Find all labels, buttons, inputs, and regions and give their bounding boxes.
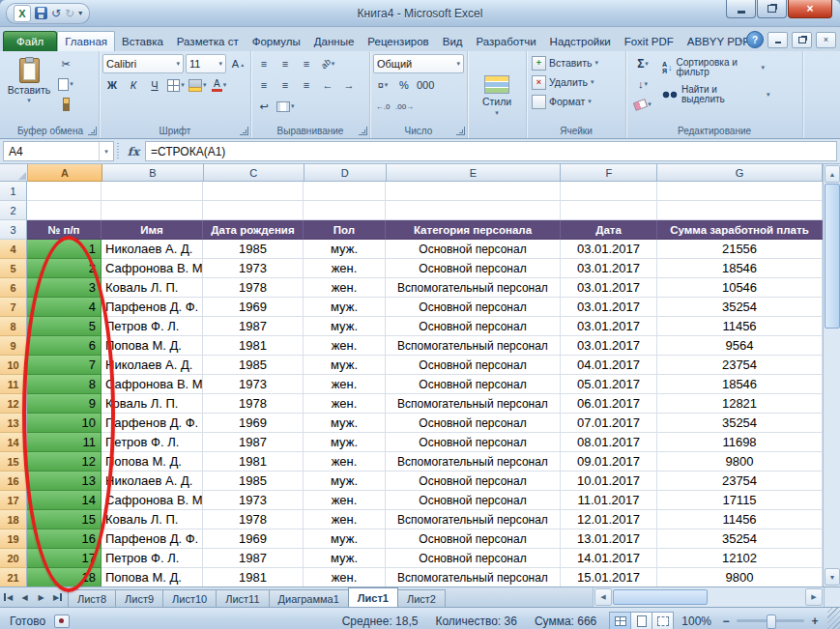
cell-B11[interactable]: Сафронова В. М. [101, 375, 203, 394]
row-header-10[interactable]: 10 [0, 356, 27, 375]
customize-qat-icon[interactable]: ▾ [78, 9, 82, 17]
help-icon[interactable]: ? [746, 31, 764, 48]
undo-icon[interactable]: ↺ [51, 8, 61, 19]
formula-input[interactable]: =СТРОКА(A1) [145, 141, 837, 161]
cell-C15[interactable]: 1981 [203, 452, 304, 472]
minimize-button[interactable] [726, 0, 756, 18]
underline-button[interactable]: Ч [145, 75, 164, 95]
cell-A4[interactable]: 1 [27, 240, 101, 259]
cell-F17[interactable]: 11.01.2017 [561, 491, 657, 510]
cell-B20[interactable]: Петров Ф. Л. [101, 549, 203, 568]
vertical-scroll-track[interactable] [824, 329, 840, 567]
decrease-indent-button[interactable]: ← [318, 75, 337, 95]
cell-E13[interactable]: Основной персонал [386, 414, 561, 433]
tab-file[interactable]: Файл [3, 31, 57, 51]
save-icon[interactable] [35, 7, 47, 19]
cell-C13[interactable]: 1969 [203, 414, 304, 433]
cell-E18[interactable]: Вспомогательный персонал [386, 510, 561, 529]
cell-F6[interactable]: 03.01.2017 [561, 278, 657, 298]
cell-A12[interactable]: 9 [27, 394, 101, 414]
row-header-17[interactable]: 17 [0, 491, 27, 510]
cell-E14[interactable]: Основной персонал [386, 433, 561, 452]
workbook-minimize-button[interactable] [768, 32, 788, 48]
restore-button[interactable] [757, 0, 787, 18]
row-header-16[interactable]: 16 [0, 472, 27, 491]
cell-D19[interactable]: муж. [304, 529, 386, 549]
last-sheet-button[interactable]: ▶ [49, 587, 66, 607]
insert-cells-button[interactable]: +Вставить▾ [530, 54, 623, 71]
number-dialog-launcher[interactable] [456, 127, 465, 135]
cell-F1[interactable] [561, 182, 657, 201]
sheet-tab-лист9[interactable]: Лист9 [115, 589, 163, 607]
align-center-button[interactable]: ≡ [275, 75, 295, 95]
cell-C1[interactable] [203, 182, 304, 201]
comma-style-button[interactable]: 000 [416, 75, 435, 95]
format-painter-button[interactable] [56, 95, 75, 114]
page-layout-view-button[interactable] [630, 612, 652, 629]
row-header-13[interactable]: 13 [0, 414, 27, 433]
zoom-out-button[interactable]: − [719, 615, 733, 628]
font-dialog-launcher[interactable] [240, 127, 248, 135]
clear-button[interactable]: ▾ [629, 95, 656, 114]
zoom-slider-thumb[interactable] [767, 615, 776, 629]
cell-D7[interactable]: муж. [304, 298, 386, 317]
cell-D12[interactable]: жен. [304, 394, 386, 414]
cell-E10[interactable]: Основной персонал [386, 356, 561, 375]
sheet-tab-лист8[interactable]: Лист8 [68, 589, 116, 607]
cut-button[interactable]: ✂ [56, 54, 75, 73]
sheet-tab-лист2[interactable]: Лист2 [397, 589, 446, 607]
cell-F2[interactable] [561, 201, 657, 220]
cell-G17[interactable]: 17115 [657, 491, 823, 510]
zoom-in-button[interactable]: + [808, 615, 822, 628]
cell-C2[interactable] [203, 201, 304, 220]
cell-E17[interactable]: Основной персонал [386, 491, 561, 510]
cell-G15[interactable]: 9800 [657, 452, 823, 472]
sheet-tab-лист10[interactable]: Лист10 [162, 589, 217, 607]
row-header-9[interactable]: 9 [0, 336, 27, 356]
cell-A14[interactable]: 11 [27, 433, 101, 452]
row-header-2[interactable]: 2 [0, 201, 27, 220]
collapse-ribbon-icon[interactable]: ▴ [739, 36, 742, 43]
cell-D21[interactable]: жен. [304, 568, 386, 586]
copy-button[interactable]: ▾ [56, 74, 75, 94]
cell-E12[interactable]: Вспомогательный персонал [386, 394, 561, 414]
cell-A10[interactable]: 7 [27, 356, 101, 375]
align-left-button[interactable]: ≡ [254, 75, 274, 95]
cell-C17[interactable]: 1973 [203, 491, 304, 510]
row-header-21[interactable]: 21 [0, 568, 27, 586]
orientation-button[interactable]: ab▾ [318, 54, 337, 73]
cell-A21[interactable]: 18 [27, 568, 101, 586]
cell-D3[interactable]: Пол [304, 220, 386, 240]
cell-B14[interactable]: Петров Ф. Л. [101, 433, 203, 452]
number-format-select[interactable]: Общий▾ [373, 54, 464, 73]
align-bottom-button[interactable]: ≡ [297, 54, 316, 73]
cell-D4[interactable]: муж. [304, 240, 386, 259]
cell-G1[interactable] [657, 182, 823, 201]
cell-G7[interactable]: 35254 [657, 298, 823, 317]
cell-D14[interactable]: муж. [304, 433, 386, 452]
cell-G19[interactable]: 35254 [657, 529, 823, 549]
cell-G14[interactable]: 11698 [657, 433, 823, 452]
column-header-C[interactable]: C [204, 164, 304, 182]
paste-button[interactable]: Вставить ▾ [5, 54, 53, 123]
cell-C8[interactable]: 1987 [203, 317, 304, 336]
scroll-up-icon[interactable]: ▲ [825, 165, 840, 183]
cell-E7[interactable]: Основной персонал [386, 298, 561, 317]
row-header-7[interactable]: 7 [0, 298, 27, 317]
cell-B6[interactable]: Коваль Л. П. [101, 278, 203, 298]
sheet-tab-лист11[interactable]: Лист11 [216, 589, 269, 607]
cell-G20[interactable]: 12102 [657, 549, 823, 568]
column-header-D[interactable]: D [304, 164, 387, 182]
cell-C20[interactable]: 1987 [203, 549, 304, 568]
find-select-button[interactable]: Найти и выделить ▾ [659, 81, 799, 107]
scroll-right-icon[interactable]: ▶ [805, 588, 823, 606]
styles-button[interactable]: Стили ▾ [470, 53, 524, 138]
wrap-text-button[interactable]: ↩ [254, 97, 274, 116]
cell-A16[interactable]: 13 [27, 472, 101, 491]
delete-cells-button[interactable]: ×Удалить▾ [530, 73, 623, 91]
cell-A7[interactable]: 4 [27, 298, 101, 317]
cell-G3[interactable]: Сумма заработной плать [657, 220, 823, 240]
decrease-decimal-button[interactable]: .00→ [394, 97, 415, 116]
vertical-scroll-thumb[interactable] [825, 184, 840, 329]
cell-C9[interactable]: 1981 [203, 336, 304, 356]
